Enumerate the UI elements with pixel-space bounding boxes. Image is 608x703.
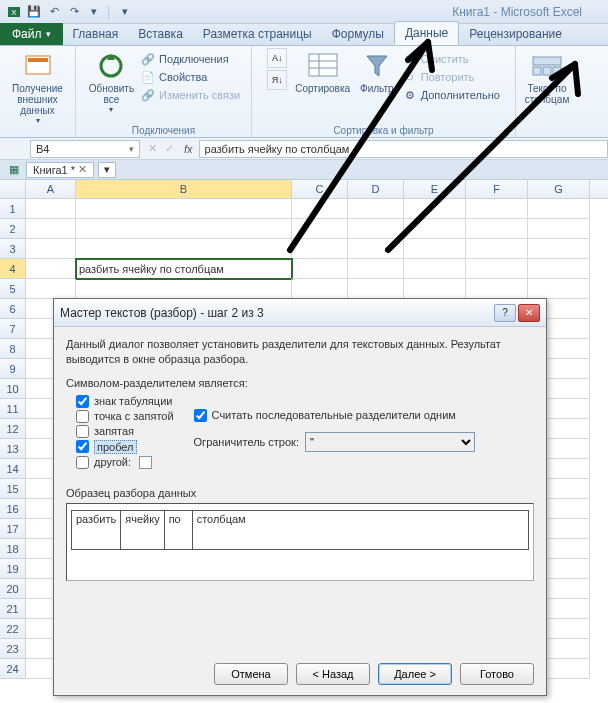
get-external-data-button[interactable]: Получение внешних данных ▾	[6, 48, 69, 128]
cell[interactable]	[528, 279, 590, 299]
cell[interactable]	[292, 259, 348, 279]
cell[interactable]	[404, 239, 466, 259]
finish-button[interactable]: Готово	[460, 663, 534, 685]
tab-insert[interactable]: Вставка	[128, 23, 193, 45]
row-header[interactable]: 12	[0, 419, 26, 439]
row-header[interactable]: 18	[0, 539, 26, 559]
row-header[interactable]: 21	[0, 599, 26, 619]
cell[interactable]	[76, 279, 292, 299]
row-header[interactable]: 22	[0, 619, 26, 639]
formula-input[interactable]: разбить ячейку по столбцам	[199, 140, 608, 158]
save-icon[interactable]: 💾	[26, 4, 42, 20]
file-tab[interactable]: Файл ▾	[0, 23, 63, 45]
cell[interactable]	[26, 219, 76, 239]
row-header[interactable]: 9	[0, 359, 26, 379]
cell[interactable]	[404, 219, 466, 239]
cell[interactable]	[528, 259, 590, 279]
select-all-corner[interactable]	[0, 180, 26, 198]
name-box[interactable]: B4▾	[30, 140, 140, 158]
cancel-button[interactable]: Отмена	[214, 663, 288, 685]
advanced-filter-button[interactable]: ⚙Дополнительно	[402, 86, 500, 104]
cell[interactable]	[528, 199, 590, 219]
row-header[interactable]: 16	[0, 499, 26, 519]
cell[interactable]	[76, 219, 292, 239]
refresh-all-button[interactable]: Обновить все ▾	[87, 48, 136, 117]
col-F[interactable]: F	[466, 180, 528, 198]
row-header[interactable]: 17	[0, 519, 26, 539]
col-A[interactable]: A	[26, 180, 76, 198]
cell[interactable]	[528, 219, 590, 239]
next-button[interactable]: Далее >	[378, 663, 452, 685]
col-D[interactable]: D	[348, 180, 404, 198]
row-header[interactable]: 15	[0, 479, 26, 499]
cancel-formula-icon[interactable]: ✕	[144, 142, 161, 155]
row-header[interactable]: 11	[0, 399, 26, 419]
sort-button[interactable]: Сортировка	[293, 48, 352, 96]
workbook-tab[interactable]: Книга1 *✕	[26, 162, 94, 178]
cell[interactable]	[404, 279, 466, 299]
cell[interactable]	[76, 199, 292, 219]
cell[interactable]	[466, 239, 528, 259]
row-header[interactable]: 4	[0, 259, 26, 279]
cell[interactable]	[292, 239, 348, 259]
cell[interactable]	[466, 259, 528, 279]
tab-pagelayout[interactable]: Разметка страницы	[193, 23, 322, 45]
row-header[interactable]: 13	[0, 439, 26, 459]
cell[interactable]	[26, 259, 76, 279]
row-header[interactable]: 20	[0, 579, 26, 599]
cell[interactable]	[348, 279, 404, 299]
cell[interactable]: разбить ячейку по столбцам	[76, 259, 292, 279]
comma-checkbox[interactable]	[76, 425, 89, 438]
cell[interactable]	[348, 219, 404, 239]
row-header[interactable]: 5	[0, 279, 26, 299]
tab-home[interactable]: Главная	[63, 23, 129, 45]
row-header[interactable]: 10	[0, 379, 26, 399]
properties-button[interactable]: 📄Свойства	[140, 68, 240, 86]
row-header[interactable]: 2	[0, 219, 26, 239]
row-header[interactable]: 6	[0, 299, 26, 319]
row-header[interactable]: 3	[0, 239, 26, 259]
cell[interactable]	[26, 279, 76, 299]
cell[interactable]	[348, 199, 404, 219]
col-B[interactable]: B	[76, 180, 292, 198]
text-to-columns-button[interactable]: Текст по столбцам	[523, 48, 572, 107]
tab-data[interactable]: Данные	[394, 21, 459, 45]
row-header[interactable]: 24	[0, 659, 26, 679]
tab-review[interactable]: Рецензирование	[459, 23, 572, 45]
cell[interactable]	[76, 239, 292, 259]
sort-az-icon[interactable]: А↓	[267, 48, 287, 68]
row-header[interactable]: 1	[0, 199, 26, 219]
row-header[interactable]: 8	[0, 339, 26, 359]
cell[interactable]	[348, 259, 404, 279]
col-E[interactable]: E	[404, 180, 466, 198]
qat-dropdown-icon[interactable]: ▾	[86, 4, 102, 20]
redo-icon[interactable]: ↷	[66, 4, 82, 20]
cell[interactable]	[466, 199, 528, 219]
row-header[interactable]: 14	[0, 459, 26, 479]
cell[interactable]	[292, 199, 348, 219]
undo-icon[interactable]: ↶	[46, 4, 62, 20]
col-C[interactable]: C	[292, 180, 348, 198]
row-header[interactable]: 23	[0, 639, 26, 659]
qualifier-select[interactable]: "	[305, 432, 475, 452]
qat-more-icon[interactable]: ▾	[117, 4, 133, 20]
filter-button[interactable]: Фильтр	[358, 48, 396, 96]
other-checkbox[interactable]	[76, 456, 89, 469]
fx-icon[interactable]: fx	[178, 143, 199, 155]
consecutive-checkbox[interactable]	[194, 409, 207, 422]
connections-button[interactable]: 🔗Подключения	[140, 50, 240, 68]
cell[interactable]	[404, 259, 466, 279]
tab-formulas[interactable]: Формулы	[322, 23, 394, 45]
enter-formula-icon[interactable]: ✓	[161, 142, 178, 155]
help-button[interactable]: ?	[494, 304, 516, 322]
edit-links-button[interactable]: 🔗Изменить связи	[140, 86, 240, 104]
workbook-dropdown[interactable]: ▾	[98, 162, 116, 178]
cell[interactable]	[466, 219, 528, 239]
close-button[interactable]: ✕	[518, 304, 540, 322]
col-G[interactable]: G	[528, 180, 590, 198]
cell[interactable]	[26, 239, 76, 259]
semicolon-checkbox[interactable]	[76, 410, 89, 423]
back-button[interactable]: < Назад	[296, 663, 370, 685]
cell[interactable]	[348, 239, 404, 259]
clear-filter-button[interactable]: ✖Очистить	[402, 50, 500, 68]
